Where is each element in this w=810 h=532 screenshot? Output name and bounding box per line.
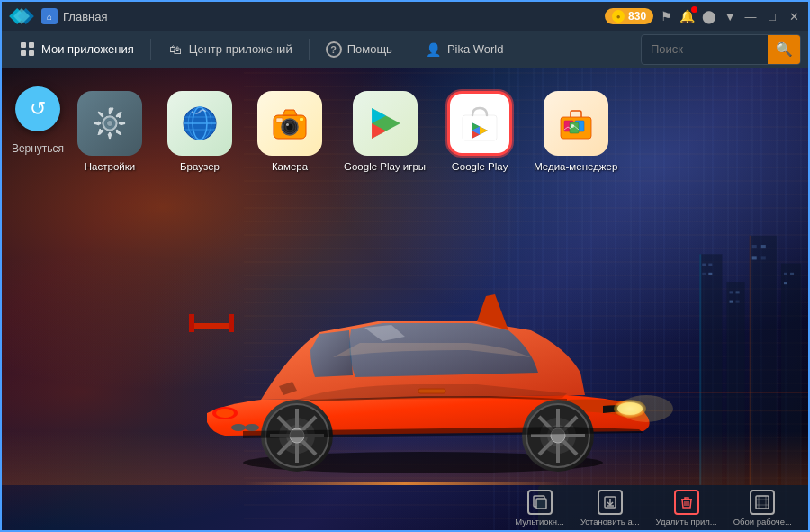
nav-divider-1 [150,39,151,60]
nav-divider-2 [309,39,310,60]
help-icon: ? [326,41,342,58]
home-icon: ⌂ [41,8,58,24]
svg-rect-5 [21,50,26,56]
gpgames-label: Google Play игры [344,161,426,172]
svg-point-37 [619,395,673,422]
nav-my-apps[interactable]: Мои приложения [9,36,145,63]
app-camera[interactable]: Камера [254,91,326,172]
coin-icon: ● [612,10,625,23]
app-gpgames[interactable]: Google Play игры [344,91,426,172]
app-settings[interactable]: Настройки [74,91,146,172]
media-icon-wrapper [544,91,608,156]
svg-rect-6 [29,50,34,56]
multiwindow-icon [527,490,553,515]
close-button[interactable]: ✕ [787,9,801,23]
uninstall-icon [674,490,699,515]
tool-wallpaper[interactable]: Обои рабоче... [726,486,799,530]
coin-badge: ● 830 [605,8,653,24]
back-label: Вернуться [12,142,64,155]
grid-icon [20,41,36,58]
svg-rect-3 [21,42,26,48]
svg-point-58 [231,424,246,431]
title-bar-right: ● 830 ⚑ 🔔 ⬤ ▼ — □ ✕ [605,8,801,24]
app-browser[interactable]: Браузер [164,91,236,172]
settings-icon-wrapper [77,91,142,156]
flag-icon: ⚑ [661,9,672,23]
bell-icon: 🔔 [680,9,695,23]
title-bar-text: ⌂ Главная [41,8,107,24]
svg-rect-4 [29,42,34,48]
toolbar-icons: Мультиокн... Установить а... [508,486,799,530]
svg-rect-25 [784,282,788,284]
svg-rect-34 [418,389,446,393]
nav-app-center[interactable]: 🛍 Центр приложений [157,36,303,63]
tool-install[interactable]: Установить а... [573,486,647,530]
nav-pikaworld[interactable]: 👤 Pika World [415,36,515,63]
browser-icon-wrapper [167,91,232,156]
maximize-button[interactable]: □ [765,9,779,23]
gplay-label: Google Play [452,161,508,172]
svg-rect-31 [189,323,234,329]
main-content: ↺ Вернуться [2,68,808,530]
svg-rect-105 [759,496,766,509]
title-bar: ⌂ Главная ● 830 ⚑ 🔔 ⬤ ▼ — □ ✕ [2,2,808,31]
svg-rect-86 [300,118,303,121]
svg-point-59 [245,424,259,431]
uninstall-label: Удалить прил... [656,517,717,527]
search-button[interactable]: 🔍 [768,35,800,64]
install-label: Установить а... [580,517,640,527]
nav-bar: Мои приложения 🛍 Центр приложений ? Помо… [2,31,808,68]
main-window: ⌂ Главная ● 830 ⚑ 🔔 ⬤ ▼ — □ ✕ [0,0,810,532]
gpgames-icon-wrapper [353,91,418,156]
svg-rect-23 [784,273,788,275]
media-label: Медиа-менеджер [534,161,617,172]
bag-icon: 🛍 [167,41,184,58]
svg-rect-96 [536,499,546,509]
wallpaper-label: Обои рабоче... [734,517,792,527]
app-gplay[interactable]: Google Play [444,91,516,172]
search-bar: 🔍 [641,34,801,65]
gplay-icon-wrapper [447,91,512,156]
bottom-toolbar: Мультиокн... Установить а... [2,485,808,530]
multiwindow-label: Мультиокн... [515,517,564,527]
user-icon: 👤 [426,41,442,58]
minimize-button[interactable]: — [743,9,758,23]
apps-grid: Настройки [65,82,790,181]
camera-label: Камера [272,161,308,172]
svg-rect-104 [756,496,769,509]
wallpaper-icon [750,490,775,515]
app-media[interactable]: Медиа-менеджер [534,91,617,172]
svg-rect-32 [189,314,194,332]
settings-label: Настройки [85,161,135,172]
search-input[interactable] [642,38,768,60]
bluestacks-logo [9,7,34,25]
search-icon: 🔍 [776,41,793,58]
tool-uninstall[interactable]: Удалить прил... [649,486,724,530]
back-button[interactable]: ↺ [15,86,60,131]
install-icon [598,490,623,515]
svg-rect-85 [276,118,283,122]
tool-multiwindow[interactable]: Мультиокн... [508,486,572,530]
left-sidebar: ↺ Вернуться [2,68,74,530]
nav-help[interactable]: ? Помощь [315,36,403,63]
svg-point-39 [216,409,234,418]
car-image [56,188,772,476]
svg-point-84 [286,123,289,126]
camera-icon-wrapper [257,91,322,156]
svg-rect-33 [229,314,234,332]
svg-rect-24 [790,273,794,275]
nav-divider-3 [409,39,410,60]
record-icon: ⬤ [702,9,716,23]
browser-label: Браузер [180,161,220,172]
signal-icon: ▼ [724,9,736,23]
